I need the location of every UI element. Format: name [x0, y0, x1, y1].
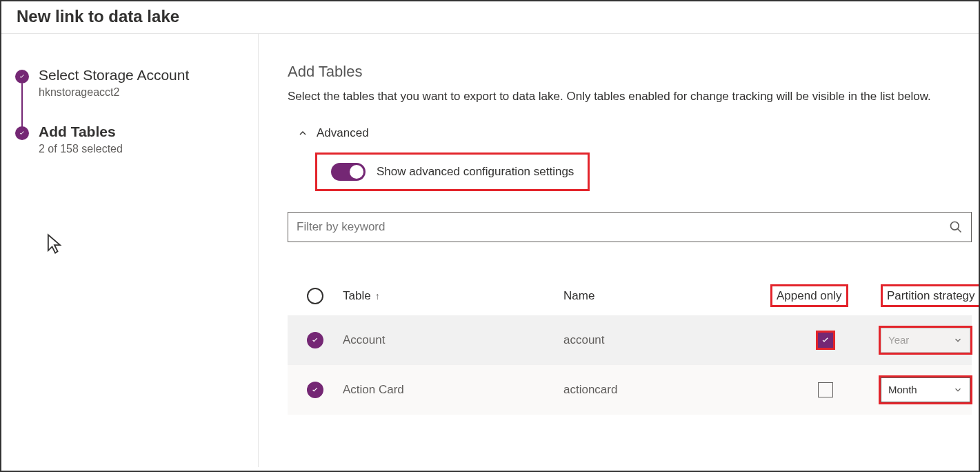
select-all-checkbox[interactable] [307, 288, 323, 304]
tables-grid: Table ↑ Name Append only Partition strat… [288, 277, 972, 415]
cell-table: Account [343, 333, 563, 347]
chevron-up-icon [297, 128, 308, 139]
main-heading: Add Tables [288, 63, 972, 81]
show-advanced-toggle-label: Show advanced configuration settings [377, 165, 574, 179]
filter-field[interactable] [288, 212, 972, 242]
table-row: Action Card actioncard Month [288, 365, 972, 415]
main-panel: Add Tables Select the tables that you wa… [259, 34, 979, 467]
cell-name: actioncard [563, 383, 770, 397]
wizard-steps-sidebar: Select Storage Account hknstorageacct2 A… [1, 34, 259, 467]
append-only-checkbox[interactable] [818, 333, 833, 348]
svg-point-0 [951, 222, 959, 230]
advanced-section-toggle[interactable]: Advanced [297, 126, 972, 140]
step-title: Add Tables [39, 124, 123, 140]
cell-name: account [563, 333, 770, 347]
column-label: Table [343, 289, 371, 303]
column-header-name[interactable]: Name [563, 289, 770, 303]
row-select-checkbox[interactable] [307, 332, 323, 348]
check-circle-icon [15, 70, 29, 83]
cell-table: Action Card [343, 383, 563, 397]
column-header-partition-strategy[interactable]: Partition strategy [881, 284, 980, 307]
filter-input[interactable] [297, 220, 949, 234]
step-subtitle: 2 of 158 selected [39, 143, 123, 155]
advanced-label: Advanced [317, 126, 369, 140]
partition-strategy-dropdown[interactable]: Month [881, 377, 970, 402]
search-icon [949, 220, 963, 234]
column-header-append-only[interactable]: Append only [770, 284, 848, 307]
mouse-cursor-icon [46, 233, 63, 255]
partition-strategy-dropdown[interactable]: Year [881, 328, 970, 353]
table-row: Account account Year [288, 315, 972, 365]
svg-line-1 [958, 228, 961, 232]
wizard-step-add-tables[interactable]: Add Tables 2 of 158 selected [15, 124, 244, 155]
dropdown-value: Month [888, 384, 917, 395]
page-title: New link to data lake [1, 1, 979, 34]
wizard-step-storage[interactable]: Select Storage Account hknstorageacct2 [15, 67, 244, 99]
show-advanced-toggle[interactable] [331, 163, 366, 181]
chevron-down-icon [953, 335, 963, 345]
check-circle-icon [15, 126, 29, 140]
row-select-checkbox[interactable] [307, 382, 323, 398]
dropdown-value: Year [888, 334, 909, 346]
chevron-down-icon [953, 385, 963, 395]
main-description: Select the tables that you want to expor… [288, 88, 963, 106]
table-header-row: Table ↑ Name Append only Partition strat… [288, 277, 972, 315]
step-subtitle: hknstorageacct2 [39, 86, 189, 99]
sort-ascending-icon: ↑ [375, 291, 380, 302]
toggle-knob [350, 165, 363, 179]
column-header-table[interactable]: Table ↑ [343, 289, 563, 303]
step-title: Select Storage Account [39, 67, 189, 83]
append-only-checkbox[interactable] [818, 382, 833, 397]
show-advanced-config-row: Show advanced configuration settings [315, 153, 590, 191]
